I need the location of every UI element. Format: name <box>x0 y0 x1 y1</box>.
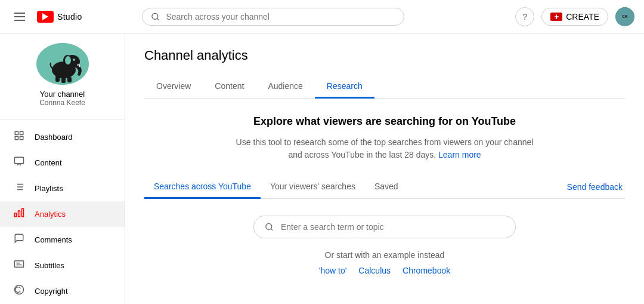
svg-point-30 <box>15 285 24 294</box>
research-search-box[interactable] <box>253 216 516 238</box>
copyright-icon <box>12 284 26 298</box>
tab-content[interactable]: Content <box>203 75 256 99</box>
sidebar-item-comments[interactable]: Comments <box>0 227 125 253</box>
example-link-howto[interactable]: 'how to' <box>319 266 347 275</box>
top-nav: Studio ? CREATE CK <box>0 0 644 33</box>
main-tabs: Overview Content Audience Research <box>144 75 625 99</box>
search-icon <box>151 12 160 22</box>
nav-left: Studio <box>10 8 82 26</box>
channel-avatar[interactable] <box>36 43 89 85</box>
research-description: Use this tool to research some of the to… <box>236 136 534 161</box>
content-icon <box>12 156 26 170</box>
sidebar-item-dashboard[interactable]: Dashboard <box>0 124 125 150</box>
sidebar-label-analytics: Analytics <box>35 210 66 219</box>
sub-tab-saved[interactable]: Saved <box>365 176 408 199</box>
sidebar-label-copyright: Copyright <box>35 287 68 296</box>
svg-rect-24 <box>22 208 24 217</box>
svg-rect-10 <box>61 77 66 83</box>
comments-icon <box>12 233 26 247</box>
logo-link[interactable]: Studio <box>37 11 82 23</box>
avatar[interactable]: CK <box>615 7 634 26</box>
sub-tab-searches-youtube[interactable]: Searches across YouTube <box>144 176 261 199</box>
example-label: an example instead <box>372 250 444 260</box>
tab-audience[interactable]: Audience <box>256 75 314 99</box>
create-flag-icon <box>550 13 562 21</box>
svg-point-8 <box>65 56 71 65</box>
playlists-icon <box>12 182 26 195</box>
sidebar-label-subtitles: Subtitles <box>35 261 64 270</box>
svg-point-0 <box>152 13 158 19</box>
nav-right: ? CREATE CK <box>515 7 634 26</box>
sidebar-item-analytics[interactable]: Analytics <box>0 201 125 227</box>
svg-rect-14 <box>20 131 23 134</box>
sidebar-divider <box>0 119 125 119</box>
svg-line-32 <box>271 229 273 231</box>
help-button[interactable]: ? <box>515 7 534 26</box>
analytics-icon <box>12 207 26 221</box>
svg-point-12 <box>73 59 75 61</box>
sidebar-item-subtitles[interactable]: Subtitles <box>0 253 125 278</box>
sub-tab-viewer-searches[interactable]: Your viewers' searches <box>261 176 365 199</box>
research-title: Explore what viewers are searching for o… <box>144 115 625 128</box>
channel-name: Your channel <box>40 90 85 99</box>
svg-rect-9 <box>55 76 60 82</box>
research-search-input[interactable] <box>281 222 504 232</box>
subtitles-icon <box>12 259 26 272</box>
page-title: Channel analytics <box>144 48 625 63</box>
sidebar-item-copyright[interactable]: Copyright <box>0 278 125 304</box>
sidebar: Your channel Corinna Keefe Dashboard Con… <box>0 33 125 304</box>
studio-label: Studio <box>57 12 82 22</box>
create-label: CREATE <box>566 12 599 22</box>
dashboard-icon <box>12 130 26 144</box>
example-link-calculus[interactable]: Calculus <box>358 266 391 275</box>
example-link-chromebook[interactable]: Chromebook <box>402 266 450 275</box>
sidebar-item-playlists[interactable]: Playlists <box>0 176 125 201</box>
svg-rect-27 <box>15 261 24 268</box>
sidebar-label-content: Content <box>35 158 62 167</box>
sidebar-label-playlists: Playlists <box>35 184 63 193</box>
svg-rect-13 <box>15 131 18 134</box>
channel-subname: Corinna Keefe <box>39 99 85 107</box>
search-input[interactable] <box>166 12 395 22</box>
example-links: 'how to' Calculus Chromebook <box>144 266 625 275</box>
youtube-icon <box>37 11 54 23</box>
research-content: Explore what viewers are searching for o… <box>144 99 625 292</box>
svg-rect-26 <box>15 213 17 217</box>
menu-button[interactable] <box>10 8 30 26</box>
sidebar-label-comments: Comments <box>35 235 72 244</box>
svg-text:CK: CK <box>622 14 628 19</box>
create-button[interactable]: CREATE <box>541 8 608 26</box>
svg-rect-11 <box>67 77 72 82</box>
svg-point-31 <box>266 223 272 229</box>
svg-rect-15 <box>20 137 23 140</box>
example-text: Or start with an example instead <box>144 250 625 260</box>
tab-overview[interactable]: Overview <box>144 75 203 99</box>
main-layout: Your channel Corinna Keefe Dashboard Con… <box>0 33 644 304</box>
sidebar-label-dashboard: Dashboard <box>35 133 73 142</box>
learn-more-link[interactable]: Learn more <box>438 150 481 159</box>
svg-rect-25 <box>18 211 20 217</box>
send-feedback-button[interactable]: Send feedback <box>565 176 625 198</box>
content-area: Channel analytics Overview Content Audie… <box>125 33 644 304</box>
sidebar-item-content[interactable]: Content <box>0 150 125 176</box>
search-icon-sm <box>265 222 274 232</box>
svg-rect-17 <box>15 157 24 164</box>
global-search[interactable] <box>142 8 404 26</box>
svg-line-1 <box>157 18 159 20</box>
svg-rect-16 <box>15 137 18 140</box>
tab-research[interactable]: Research <box>315 75 374 99</box>
sub-tabs: Searches across YouTube Your viewers' se… <box>144 176 625 199</box>
